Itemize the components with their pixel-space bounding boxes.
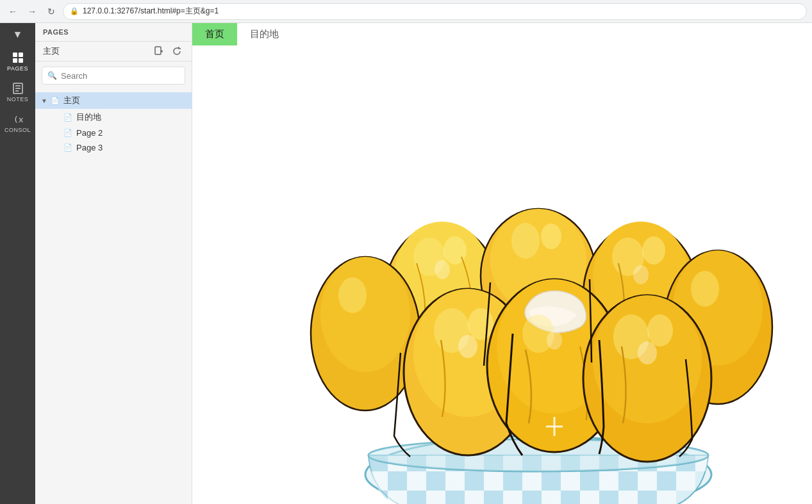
svg-rect-61 <box>599 491 618 504</box>
svg-rect-59 <box>561 491 580 504</box>
sidebar-icons: ▼ PAGES NOTES (x) CONSOL <box>0 23 35 504</box>
panel-header-label: 主页 <box>43 45 60 57</box>
svg-rect-35 <box>426 471 445 491</box>
svg-rect-57 <box>522 491 542 504</box>
folder-icon: 📄 <box>51 97 60 105</box>
panel-title: PAGES <box>43 28 69 36</box>
svg-rect-63 <box>638 491 657 504</box>
browser-chrome: ← → ↻ 🔒 127.0.0.1:32767/start.html#p=主页&… <box>0 0 812 23</box>
svg-rect-1 <box>19 53 23 57</box>
tree-toggle-homepage: ▼ <box>40 97 48 104</box>
pages-tree: ▼ 📄 主页 📄 目的地 📄 Page 2 📄 Page 3 <box>35 90 192 504</box>
svg-rect-55 <box>484 491 503 504</box>
svg-rect-50 <box>388 491 407 504</box>
svg-rect-43 <box>580 471 599 491</box>
tree-item-page3[interactable]: 📄 Page 3 <box>35 140 192 155</box>
svg-rect-40 <box>522 471 542 491</box>
sidebar-pages-label: PAGES <box>7 65 28 72</box>
svg-rect-47 <box>657 471 676 491</box>
panel-subheader: 主页 <box>35 42 192 61</box>
svg-rect-34 <box>407 471 426 491</box>
svg-rect-37 <box>465 471 484 491</box>
svg-rect-3 <box>19 58 23 63</box>
tree-item-page2[interactable]: 📄 Page 2 <box>35 126 192 140</box>
svg-rect-58 <box>542 491 561 504</box>
sidebar-item-pages[interactable]: PAGES <box>0 46 35 77</box>
svg-rect-51 <box>407 491 426 504</box>
svg-text:(x): (x) <box>13 115 24 124</box>
content-area <box>192 45 812 504</box>
svg-point-88 <box>468 308 493 340</box>
reload-button[interactable]: ↻ <box>44 4 59 19</box>
panel-actions <box>152 44 184 58</box>
svg-rect-42 <box>561 471 580 491</box>
url-text: 127.0.0.1:32767/start.html#p=主页&g=1 <box>83 6 219 17</box>
forward-button[interactable]: → <box>24 4 40 19</box>
svg-rect-52 <box>426 491 445 504</box>
svg-rect-9 <box>155 47 161 54</box>
lock-icon: 🔒 <box>70 7 79 15</box>
svg-point-78 <box>642 236 665 264</box>
sidebar-notes-label: NOTES <box>7 96 29 102</box>
svg-rect-53 <box>445 491 465 504</box>
svg-rect-45 <box>618 471 638 491</box>
svg-rect-46 <box>638 471 657 491</box>
page-icon-page2: 📄 <box>63 129 72 137</box>
svg-rect-36 <box>445 471 465 491</box>
svg-point-96 <box>458 335 477 358</box>
panel-header: PAGES <box>35 23 192 42</box>
page-icon-destination: 📄 <box>63 113 72 122</box>
svg-rect-38 <box>484 471 503 491</box>
svg-rect-39 <box>503 471 522 491</box>
svg-point-95 <box>647 314 673 346</box>
svg-point-100 <box>633 265 649 284</box>
back-button[interactable]: ← <box>5 4 21 19</box>
search-box[interactable]: 🔍 <box>42 67 185 85</box>
main-content: 首页 目的地 <box>192 23 812 504</box>
svg-rect-33 <box>388 471 407 491</box>
svg-rect-0 <box>13 53 17 57</box>
svg-point-73 <box>511 223 540 259</box>
tab-bar: 首页 目的地 <box>192 23 812 45</box>
tab-destination[interactable]: 目的地 <box>237 23 292 45</box>
svg-rect-41 <box>542 471 561 491</box>
tree-item-homepage[interactable]: ▼ 📄 主页 <box>35 92 192 109</box>
bread-far-left <box>311 257 420 411</box>
svg-point-97 <box>547 330 562 350</box>
tree-label-destination: 目的地 <box>76 111 101 123</box>
bread-illustration <box>276 58 801 504</box>
tree-label-page3: Page 3 <box>76 143 103 152</box>
search-input[interactable] <box>61 71 179 81</box>
svg-point-84 <box>338 277 367 313</box>
svg-rect-64 <box>657 491 676 504</box>
tree-label-homepage: 主页 <box>63 95 80 106</box>
page-icon-page3: 📄 <box>63 143 72 152</box>
sidebar-collapse-button[interactable]: ▼ <box>5 26 31 44</box>
search-icon: 🔍 <box>47 71 57 80</box>
svg-point-83 <box>320 257 410 372</box>
svg-rect-56 <box>503 491 522 504</box>
svg-point-81 <box>691 271 719 307</box>
tree-label-page2: Page 2 <box>76 128 103 138</box>
svg-rect-2 <box>13 58 17 63</box>
tree-item-destination[interactable]: 📄 目的地 <box>35 109 192 126</box>
address-bar[interactable]: 🔒 127.0.0.1:32767/start.html#p=主页&g=1 <box>63 3 807 20</box>
sidebar-item-console[interactable]: (x) CONSOL <box>0 108 35 138</box>
app-body: ▼ PAGES NOTES (x) CONSOL <box>0 23 812 504</box>
svg-rect-54 <box>465 491 484 504</box>
new-page-button[interactable] <box>152 44 166 58</box>
svg-point-74 <box>541 224 561 249</box>
svg-rect-62 <box>618 491 638 504</box>
svg-point-98 <box>638 341 657 364</box>
refresh-button[interactable] <box>170 44 184 58</box>
svg-rect-60 <box>580 491 599 504</box>
svg-rect-44 <box>599 471 618 491</box>
sidebar-item-notes[interactable]: NOTES <box>0 77 35 108</box>
svg-point-99 <box>435 260 450 279</box>
sidebar-console-label: CONSOL <box>4 127 31 133</box>
svg-rect-48 <box>676 471 695 491</box>
pages-panel: PAGES 主页 <box>35 23 192 504</box>
tab-homepage[interactable]: 首页 <box>192 23 237 45</box>
